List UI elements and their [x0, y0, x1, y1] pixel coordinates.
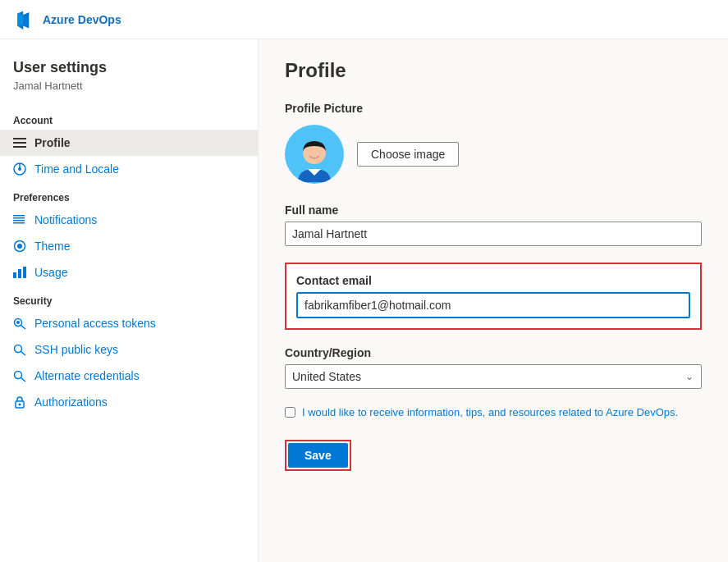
country-region-label: Country/Region — [285, 346, 702, 359]
svg-line-22 — [21, 378, 26, 382]
sidebar-item-ssh-keys[interactable]: SSH public keys — [0, 336, 258, 363]
svg-rect-15 — [23, 267, 26, 278]
sidebar-usage-label: Usage — [34, 266, 67, 279]
theme-icon — [13, 240, 26, 253]
app-logo[interactable]: Azure DevOps — [13, 8, 121, 31]
save-button[interactable]: Save — [288, 443, 348, 468]
app-title: Azure DevOps — [43, 13, 121, 26]
main-content: Profile Profile Picture — [259, 39, 728, 562]
full-name-input[interactable] — [285, 222, 702, 246]
svg-point-18 — [16, 321, 20, 324]
profile-picture-label: Profile Picture — [285, 102, 702, 115]
sidebar-theme-label: Theme — [34, 240, 71, 253]
country-region-section: Country/Region United States Canada Unit… — [285, 346, 702, 389]
profile-picture-section: Profile Picture — [285, 102, 702, 184]
sidebar-item-personal-access-tokens[interactable]: Personal access tokens — [0, 310, 258, 336]
profile-picture-row: Choose image — [285, 125, 702, 184]
sidebar-item-theme[interactable]: Theme — [0, 233, 258, 259]
section-label-preferences: Preferences — [0, 182, 258, 207]
section-label-security: Security — [0, 286, 258, 310]
svg-rect-13 — [13, 272, 16, 278]
save-button-wrapper: Save — [285, 440, 351, 471]
svg-point-21 — [15, 372, 22, 379]
sidebar-title: User settings — [0, 53, 258, 80]
sidebar-item-usage[interactable]: Usage — [0, 259, 258, 286]
svg-rect-10 — [13, 222, 25, 224]
section-label-account: Account — [0, 105, 258, 130]
svg-rect-1 — [13, 138, 26, 139]
azure-devops-icon — [13, 8, 36, 31]
sidebar-alt-creds-label: Alternate credentials — [34, 369, 140, 382]
ssh-keys-icon — [13, 343, 26, 356]
sidebar-time-locale-label: Time and Locale — [34, 162, 119, 176]
svg-point-12 — [17, 244, 22, 249]
sidebar-ssh-label: SSH public keys — [34, 343, 118, 356]
personal-access-tokens-icon — [13, 317, 26, 330]
sidebar-notifications-label: Notifications — [34, 213, 97, 226]
notifications-icon — [13, 213, 26, 226]
sidebar-item-authorizations[interactable]: Authorizations — [0, 389, 258, 415]
full-name-label: Full name — [285, 203, 702, 217]
svg-rect-9 — [13, 220, 25, 222]
usage-icon — [13, 266, 26, 279]
sidebar-pat-label: Personal access tokens — [34, 317, 156, 330]
page-title: Profile — [285, 59, 702, 82]
authorizations-icon — [13, 395, 26, 409]
newsletter-label[interactable]: I would like to receive information, tip… — [302, 405, 678, 420]
sidebar-item-profile[interactable]: Profile — [0, 130, 258, 156]
sidebar-item-notifications[interactable]: Notifications — [0, 207, 258, 233]
sidebar: User settings Jamal Hartnett Account Pro… — [0, 39, 259, 562]
sidebar-item-alternate-credentials[interactable]: Alternate credentials — [0, 363, 258, 389]
sidebar-item-time-locale[interactable]: Time and Locale — [0, 156, 258, 182]
avatar — [285, 125, 344, 184]
svg-point-19 — [15, 345, 22, 353]
time-locale-icon — [13, 162, 26, 176]
svg-rect-14 — [18, 269, 21, 278]
avatar-image — [290, 135, 339, 184]
profile-icon — [13, 136, 26, 149]
full-name-section: Full name — [285, 203, 702, 246]
svg-rect-7 — [13, 215, 25, 217]
alternate-credentials-icon — [13, 369, 26, 382]
contact-email-label: Contact email — [296, 274, 690, 287]
choose-image-button[interactable]: Choose image — [357, 142, 459, 167]
svg-rect-8 — [13, 217, 25, 219]
svg-rect-2 — [13, 142, 26, 144]
sidebar-authorizations-label: Authorizations — [34, 395, 108, 409]
svg-line-17 — [21, 326, 26, 330]
svg-rect-3 — [13, 146, 26, 148]
contact-email-section: Contact email — [285, 263, 702, 330]
newsletter-checkbox[interactable] — [285, 407, 295, 418]
topbar: Azure DevOps — [0, 0, 728, 39]
newsletter-checkbox-row: I would like to receive information, tip… — [285, 405, 702, 420]
sidebar-user: Jamal Hartnett — [0, 80, 258, 105]
svg-point-24 — [19, 404, 21, 406]
contact-email-input[interactable] — [296, 292, 690, 318]
country-region-select[interactable]: United States Canada United Kingdom Aust… — [285, 364, 702, 389]
svg-line-20 — [21, 352, 26, 356]
country-region-wrapper: United States Canada United Kingdom Aust… — [285, 364, 702, 389]
sidebar-profile-label: Profile — [34, 136, 71, 149]
